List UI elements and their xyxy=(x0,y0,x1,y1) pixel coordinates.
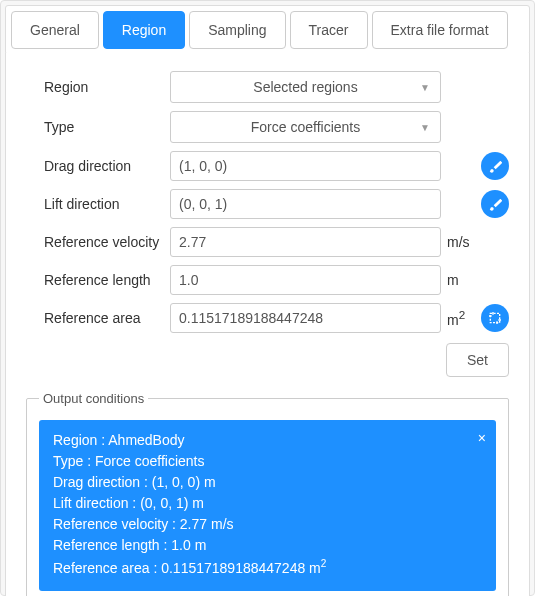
pick-lift-direction-button[interactable] xyxy=(481,190,509,218)
type-select-value: Force coefficients xyxy=(251,119,360,135)
region-select-value: Selected regions xyxy=(253,79,357,95)
brush-icon xyxy=(487,196,503,212)
output-conditions-group: Output conditions × Region : AhmedBody T… xyxy=(26,391,509,596)
reference-velocity-input[interactable] xyxy=(170,227,441,257)
output-line-reflen: Reference length : 1.0 m xyxy=(53,535,482,556)
reference-length-label: Reference length xyxy=(44,272,164,288)
lift-direction-label: Lift direction xyxy=(44,196,164,212)
output-line-region: Region : AhmedBody xyxy=(53,430,482,451)
chevron-down-icon: ▼ xyxy=(420,82,430,93)
measure-icon xyxy=(487,310,503,326)
output-line-lift: Lift direction : (0, 0, 1) m xyxy=(53,493,482,514)
reference-velocity-label: Reference velocity xyxy=(44,234,164,250)
tab-tracer[interactable]: Tracer xyxy=(290,11,368,49)
output-conditions-legend: Output conditions xyxy=(39,391,148,406)
tab-general[interactable]: General xyxy=(11,11,99,49)
reference-area-input[interactable] xyxy=(170,303,441,333)
brush-icon xyxy=(487,158,503,174)
output-line-refvel: Reference velocity : 2.77 m/s xyxy=(53,514,482,535)
output-condition-card: × Region : AhmedBody Type : Force coeffi… xyxy=(39,420,496,591)
output-line-type: Type : Force coefficients xyxy=(53,451,482,472)
close-icon[interactable]: × xyxy=(478,428,486,449)
tab-extra-file-format[interactable]: Extra file format xyxy=(372,11,508,49)
reference-length-unit: m xyxy=(447,272,475,288)
measure-area-button[interactable] xyxy=(481,304,509,332)
chevron-down-icon: ▼ xyxy=(420,122,430,133)
pick-drag-direction-button[interactable] xyxy=(481,152,509,180)
output-line-drag: Drag direction : (1, 0, 0) m xyxy=(53,472,482,493)
output-line-refarea: Reference area : 0.11517189188447248 m2 xyxy=(53,556,482,579)
tab-sampling[interactable]: Sampling xyxy=(189,11,285,49)
type-select[interactable]: Force coefficients ▼ xyxy=(170,111,441,143)
drag-direction-label: Drag direction xyxy=(44,158,164,174)
reference-length-input[interactable] xyxy=(170,265,441,295)
reference-area-label: Reference area xyxy=(44,310,164,326)
lift-direction-input[interactable] xyxy=(170,189,441,219)
region-label: Region xyxy=(44,79,164,95)
svg-rect-0 xyxy=(490,313,499,322)
drag-direction-input[interactable] xyxy=(170,151,441,181)
set-button[interactable]: Set xyxy=(446,343,509,377)
tab-content: Region Selected regions ▼ Type Force coe… xyxy=(5,53,530,596)
type-label: Type xyxy=(44,119,164,135)
reference-area-unit: m2 xyxy=(447,308,475,328)
tab-bar: General Region Sampling Tracer Extra fil… xyxy=(5,5,530,55)
region-select[interactable]: Selected regions ▼ xyxy=(170,71,441,103)
tab-region[interactable]: Region xyxy=(103,11,185,49)
reference-velocity-unit: m/s xyxy=(447,234,475,250)
panel: General Region Sampling Tracer Extra fil… xyxy=(0,0,535,596)
